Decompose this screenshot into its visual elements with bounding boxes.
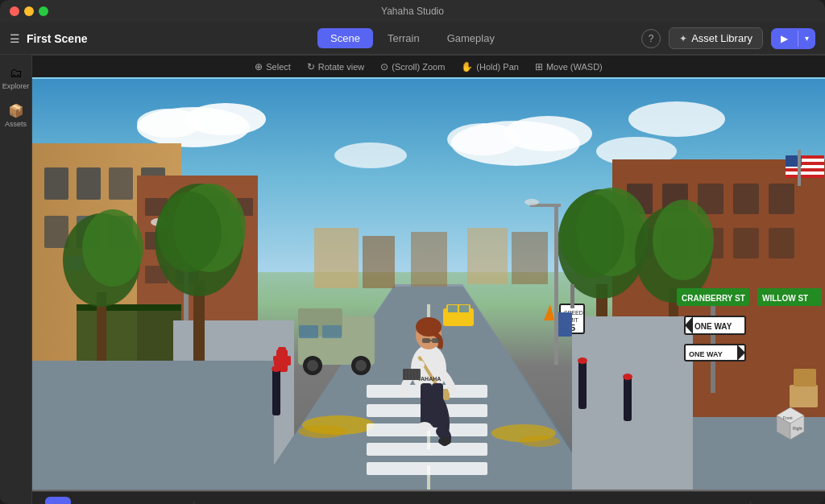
svg-point-112 (653, 200, 714, 280)
window-title: Yahaha Studio (381, 6, 444, 17)
sidebar-assets-label: Assets (5, 120, 27, 128)
svg-rect-70 (448, 305, 458, 312)
svg-rect-105 (798, 150, 801, 186)
svg-rect-139 (794, 369, 816, 386)
hamburger-menu[interactable]: ☰ (10, 32, 20, 45)
menu-right: ? ✦ Asset Library ▶ ▾ (508, 27, 815, 49)
fullscreen-tool-button[interactable]: ⛶ (230, 497, 255, 505)
svg-point-6 (447, 123, 520, 155)
camera-button[interactable]: ▭ (757, 497, 783, 505)
svg-text:Front: Front (783, 415, 793, 420)
hand-tool-button[interactable]: ✋ (45, 497, 71, 505)
rotate-tool-button[interactable]: ↺ (103, 497, 129, 505)
maximize-button[interactable] (39, 6, 48, 16)
asset-library-icon: ✦ (679, 33, 687, 44)
tab-bar: Scene Terrain Gameplay (317, 28, 508, 48)
svg-rect-143 (512, 232, 548, 284)
svg-point-135 (272, 366, 281, 372)
hint-select: ⊕ Select (255, 61, 291, 72)
play-controls: ▶ ▾ (771, 28, 815, 49)
expand-button[interactable]: ∧ (259, 497, 284, 505)
svg-rect-12 (77, 167, 101, 200)
move-icon: ⊞ (535, 61, 543, 72)
asset-library-label: Asset Library (691, 32, 752, 44)
traffic-lights (10, 6, 48, 16)
svg-point-109 (560, 194, 624, 278)
svg-rect-134 (272, 369, 280, 415)
svg-point-133 (623, 374, 632, 380)
svg-rect-148 (403, 369, 421, 380)
grid-options-button[interactable]: ∧ (718, 497, 744, 505)
svg-point-54 (520, 436, 560, 447)
svg-point-3 (137, 109, 201, 138)
svg-point-65 (355, 360, 367, 371)
svg-rect-66 (299, 325, 318, 338)
camera-options-button[interactable]: ∧ (786, 497, 812, 505)
svg-rect-129 (570, 284, 574, 308)
snap-tool-button[interactable]: ⊞ (201, 497, 226, 505)
tab-scene[interactable]: Scene (317, 28, 373, 48)
hint-zoom: ⊙ (Scroll) Zoom (380, 61, 445, 72)
svg-point-9 (334, 143, 407, 168)
svg-rect-131 (624, 377, 632, 421)
svg-point-81 (438, 437, 451, 445)
settings-button[interactable]: ⚙ (660, 497, 686, 505)
tab-gameplay[interactable]: Gameplay (434, 28, 508, 48)
svg-rect-71 (459, 305, 469, 312)
svg-rect-47 (32, 361, 274, 490)
svg-point-40 (157, 192, 222, 272)
help-button[interactable]: ? (641, 29, 661, 48)
toolbar-sep-1 (193, 502, 194, 505)
zoom-icon: ⊙ (380, 61, 388, 72)
move-tool-button[interactable]: ✛ (74, 497, 100, 505)
svg-rect-46 (278, 347, 286, 353)
svg-rect-91 (769, 184, 794, 214)
svg-rect-103 (786, 171, 824, 175)
scene-canvas[interactable]: YAHAHA (32, 77, 825, 491)
sidebar-item-assets[interactable]: 📦 Assets (2, 98, 31, 133)
hint-pan-label: (Hold) Pan (476, 62, 519, 72)
grid-button[interactable]: ▦ (689, 497, 715, 505)
svg-rect-145 (554, 204, 558, 365)
sidebar-item-explorer[interactable]: 🗂 Explorer (2, 61, 31, 95)
svg-rect-58 (367, 443, 487, 456)
scale-tool-button[interactable]: ⤡ (132, 497, 158, 505)
svg-text:ONE WAY: ONE WAY (689, 350, 723, 358)
explorer-icon: 🗂 (10, 66, 23, 81)
svg-rect-140 (314, 228, 359, 288)
play-dropdown-button[interactable]: ▾ (798, 29, 815, 48)
close-button[interactable] (10, 6, 19, 16)
svg-rect-45 (273, 356, 291, 366)
minimize-button[interactable] (24, 6, 34, 16)
svg-point-52 (298, 425, 346, 438)
svg-rect-15 (44, 216, 68, 248)
svg-point-63 (307, 360, 318, 371)
svg-text:YAHAHA: YAHAHA (417, 376, 441, 382)
asset-library-button[interactable]: ✦ Asset Library (669, 27, 763, 49)
hint-move-label: Move (WASD) (546, 62, 603, 72)
play-button[interactable]: ▶ (771, 28, 798, 49)
svg-rect-83 (422, 338, 430, 343)
scene-name: First Scene (27, 32, 87, 45)
hint-rotate-label: Rotate view (318, 62, 364, 72)
hint-select-label: Select (266, 62, 291, 72)
menu-left: ☰ First Scene (10, 32, 317, 45)
svg-rect-90 (733, 184, 759, 214)
toolbar-right-group: ⚙ ▦ ∧ ▭ ∧ (660, 497, 812, 505)
viewport[interactable]: ⊕ Select ↻ Rotate view ⊙ (Scroll) Zoom ✋… (32, 55, 825, 504)
svg-rect-113 (572, 316, 693, 490)
tab-terrain[interactable]: Terrain (375, 28, 433, 48)
svg-point-132 (578, 357, 587, 364)
svg-rect-102 (786, 168, 824, 171)
title-bar: Yahaha Studio (0, 0, 825, 23)
hint-move: ⊞ Move (WASD) (535, 61, 603, 72)
svg-text:ONE WAY: ONE WAY (694, 322, 732, 331)
svg-text:Right: Right (793, 426, 802, 431)
svg-point-80 (417, 422, 432, 432)
left-sidebar: 🗂 Explorer 📦 Assets (0, 55, 32, 504)
svg-rect-31 (77, 304, 181, 369)
transform-tool-button[interactable]: ⊹ (161, 497, 187, 505)
bottom-toolbar: ✋ ✛ ↺ ⤡ ⊹ ⊞ ⛶ ∧ ⚙ ▦ ∧ ▭ ∧ (32, 491, 825, 504)
svg-rect-95 (733, 228, 759, 258)
svg-text:WILLOW ST: WILLOW ST (762, 294, 808, 303)
